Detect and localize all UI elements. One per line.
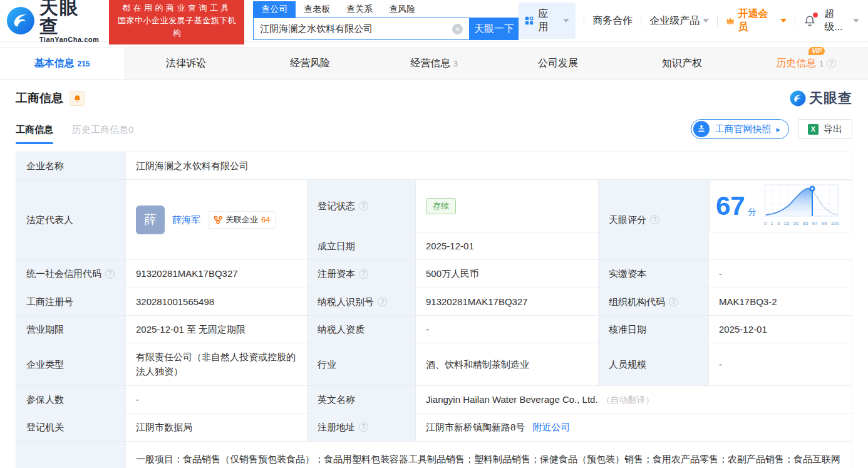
- tab-history-info[interactable]: VIP 历史信息 1: [744, 48, 868, 79]
- help-icon[interactable]: [650, 215, 659, 224]
- table-row: 登记机关 江阴市数据局 注册地址 江阴市新桥镇陶新路8号 附近公司: [16, 413, 852, 441]
- approval-date-label: 核准日期: [599, 315, 709, 343]
- apps-menu[interactable]: 应用: [519, 3, 576, 39]
- divider: [795, 16, 795, 26]
- legal-rep-name-link[interactable]: 薛海军: [172, 212, 200, 227]
- org-code-value: MAK17BQ3-2: [709, 288, 852, 315]
- tab-label: 公司发展: [538, 57, 578, 70]
- subtab-business-info[interactable]: 工商信息: [16, 124, 53, 144]
- related-companies-count: 64: [261, 214, 270, 226]
- tab-label: 知识产权: [662, 57, 702, 70]
- table-row: 法定代表人 薛 薛海军 关联企业 64: [16, 180, 852, 232]
- enterprise-products-menu[interactable]: 企业级产品: [649, 14, 709, 28]
- establish-date-value: 2025-12-01: [416, 232, 599, 260]
- related-companies-label: 关联企业: [225, 214, 258, 226]
- header-right-nav: 应用 商务合作 企业级产品 开通会员 超级...: [519, 3, 859, 39]
- search-tab-relation[interactable]: 查关系: [338, 1, 381, 18]
- chevron-down-icon: [780, 19, 787, 23]
- help-icon[interactable]: [359, 201, 368, 211]
- reg-capital-label-cell: 注册资本: [307, 260, 416, 288]
- tab-intellectual-property[interactable]: 知识产权: [620, 48, 744, 79]
- help-icon[interactable]: [359, 269, 368, 279]
- reg-address-label-cell: 注册地址: [307, 413, 416, 441]
- enterprise-products-label: 企业级产品: [649, 14, 700, 28]
- help-icon[interactable]: [669, 297, 678, 306]
- subtab-history-business-info[interactable]: 历史工商信息0: [72, 124, 133, 144]
- org-code-label-cell: 组织机构代码: [599, 288, 709, 315]
- tianyancha-logo-icon: [6, 6, 35, 35]
- search-tab-boss[interactable]: 查老板: [296, 1, 338, 18]
- help-icon[interactable]: [359, 422, 368, 432]
- nearby-companies-link[interactable]: 附近公司: [533, 422, 571, 432]
- insured-label: 参保人数: [16, 385, 126, 413]
- reg-number-label: 工商注册号: [16, 288, 126, 315]
- english-name-cell: Jiangyin Hailan Water Beverage Co., Ltd.…: [416, 385, 852, 413]
- search-block: 查公司 查老板 查关系 查风险 天眼一下: [253, 1, 519, 40]
- score-cell: 67 分: [709, 180, 852, 232]
- chevron-down-icon: [563, 19, 569, 23]
- table-row: 参保人数 - 英文名称 Jiangyin Hailan Water Bevera…: [16, 385, 852, 413]
- table-row: 经营范围 一般项目：食品销售（仅销售预包装食品）；食品用塑料包装容器工具制品销售…: [16, 441, 852, 468]
- search-tabs: 查公司 查老板 查关系 查风险: [253, 1, 519, 18]
- brand-domain: TianYanCha.com: [39, 36, 100, 43]
- paid-capital-label: 实缴资本: [599, 260, 709, 288]
- industry-label: 行业: [307, 343, 416, 386]
- export-button[interactable]: 导出: [798, 119, 852, 139]
- tab-legal-proceedings[interactable]: 法律诉讼: [124, 48, 248, 79]
- industry-value: 酒、饮料和精制茶制造业: [416, 343, 599, 386]
- company-name-value: 江阴海澜之水饮料有限公司: [126, 152, 852, 180]
- business-cooperation-link[interactable]: 商务合作: [592, 14, 633, 28]
- business-info-table: 企业名称 江阴海澜之水饮料有限公司 法定代表人 薛 薛海军 关联企: [16, 152, 852, 468]
- open-vip-menu[interactable]: 开通会员: [726, 8, 787, 34]
- paid-capital-value: -: [709, 260, 852, 288]
- taxpayer-quality-label: 纳税人资质: [307, 315, 416, 343]
- help-icon[interactable]: [827, 59, 836, 68]
- business-info-section: 工商信息 天眼查 工商信息 历史工商信息0: [0, 89, 868, 468]
- search-tab-risk[interactable]: 查风险: [381, 1, 423, 18]
- score-label-cell: 天眼评分: [599, 180, 709, 260]
- notification-dot: [813, 13, 818, 18]
- app-grid-icon: [525, 16, 534, 26]
- chevron-down-icon: [703, 19, 709, 23]
- staff-size-label: 人员规模: [599, 343, 709, 386]
- reg-address-value: 江阴市新桥镇陶新路8号: [426, 422, 525, 432]
- help-icon[interactable]: [105, 269, 115, 279]
- related-companies-badge[interactable]: 关联企业 64: [208, 211, 276, 229]
- score-value: 67: [716, 191, 745, 221]
- tab-count: 215: [77, 60, 90, 68]
- search-tab-company[interactable]: 查公司: [253, 1, 296, 18]
- reg-capital-value: 500万人民币: [416, 260, 599, 288]
- monitor-bell-button[interactable]: [70, 91, 85, 106]
- business-term-label: 营业期限: [16, 315, 126, 343]
- score-axis-labels: 0131550859799100: [764, 220, 839, 227]
- snapshot-label: 工商官网快照: [715, 123, 771, 135]
- tab-label: 基本信息: [34, 57, 74, 70]
- help-icon[interactable]: [378, 297, 387, 306]
- table-row: 营业期限 2025-12-01 至 无固定期限 纳税人资质 - 核准日期 202…: [16, 315, 852, 343]
- table-row: 统一社会信用代码 91320281MAK17BQ327 注册资本 500万人民币…: [16, 260, 852, 288]
- table-row: 工商注册号 320281001565498 纳税人识别号 91320281MAK…: [16, 288, 852, 315]
- reg-status-label-cell: 登记状态: [307, 180, 416, 232]
- tianyancha-logo[interactable]: 天眼查 TianYanCha.com: [6, 0, 99, 43]
- establish-date-label: 成立日期: [307, 232, 416, 260]
- score-unit: 分: [748, 207, 757, 217]
- search-input[interactable]: [260, 24, 452, 34]
- reg-capital-label: 注册资本: [318, 266, 355, 281]
- search-button[interactable]: 天眼一下: [470, 18, 519, 40]
- tab-label: 经营风险: [290, 57, 330, 70]
- vip-badge: VIP: [809, 47, 825, 55]
- tab-company-development[interactable]: 公司发展: [496, 48, 620, 79]
- score-label: 天眼评分: [609, 212, 646, 227]
- tab-operating-risk[interactable]: 经营风险: [248, 48, 372, 79]
- taxpayer-id-value: 91320281MAK17BQ327: [416, 288, 599, 315]
- notifications-bell[interactable]: [803, 14, 816, 27]
- account-menu[interactable]: 超级...: [824, 8, 859, 34]
- divider: [584, 16, 584, 26]
- tab-basic-info[interactable]: 基本信息 215: [0, 48, 124, 79]
- official-snapshot-button[interactable]: 工商官网快照: [691, 119, 789, 139]
- business-term-value: 2025-12-01 至 无固定期限: [126, 315, 307, 343]
- legal-rep-avatar[interactable]: 薛: [136, 205, 165, 234]
- tab-operating-info[interactable]: 经营信息 3: [372, 48, 496, 79]
- clear-search-icon[interactable]: [452, 24, 463, 34]
- taxpayer-id-label-cell: 纳税人识别号: [307, 288, 416, 315]
